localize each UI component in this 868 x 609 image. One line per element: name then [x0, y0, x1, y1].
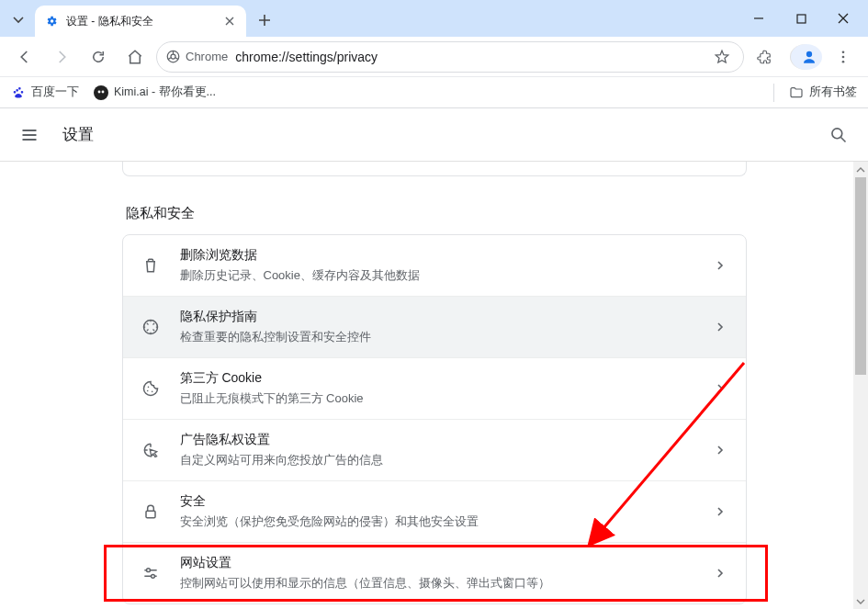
window-controls — [738, 0, 864, 37]
row-title: 广告隐私权设置 — [180, 432, 693, 448]
site-info-chip[interactable]: Chrome — [166, 50, 228, 63]
svg-point-10 — [832, 128, 842, 138]
close-window-button[interactable] — [822, 4, 864, 33]
site-chip-label: Chrome — [186, 50, 228, 63]
minimize-button[interactable] — [738, 4, 780, 33]
row-title: 隐私保护指南 — [180, 309, 693, 325]
svg-point-3 — [806, 51, 812, 56]
lock-icon — [141, 502, 160, 521]
row-subtitle: 自定义网站可用来向您投放广告的信息 — [180, 452, 693, 468]
row-subtitle: 控制网站可以使用和显示的信息（位置信息、摄像头、弹出式窗口等） — [180, 575, 693, 592]
all-bookmarks-label: 所有书签 — [809, 85, 857, 100]
new-tab-button[interactable] — [252, 7, 277, 33]
baidu-icon — [11, 85, 26, 100]
row-third-party-cookies[interactable]: 第三方 Cookie 已阻止无痕模式下的第三方 Cookie — [123, 357, 746, 419]
vertical-scrollbar[interactable] — [853, 162, 868, 609]
chevron-right-icon — [713, 566, 727, 581]
maximize-button[interactable] — [780, 4, 822, 33]
svg-point-7 — [94, 85, 108, 100]
row-delete-browsing-data[interactable]: 删除浏览数据 删除历史记录、Cookie、缓存内容及其他数据 — [123, 235, 746, 296]
svg-point-14 — [151, 391, 152, 393]
row-security[interactable]: 安全 安全浏览（保护您免受危险网站的侵害）和其他安全设置 — [123, 480, 746, 542]
chevron-right-icon — [713, 504, 727, 519]
cookie-icon — [141, 379, 160, 398]
row-subtitle: 检查重要的隐私控制设置和安全控件 — [180, 329, 693, 345]
bookmark-star-icon[interactable] — [714, 49, 730, 65]
row-title: 第三方 Cookie — [180, 370, 693, 387]
home-button[interactable] — [119, 41, 151, 73]
folder-icon — [789, 85, 804, 100]
row-subtitle: 删除历史记录、Cookie、缓存内容及其他数据 — [180, 267, 693, 284]
svg-point-17 — [151, 574, 154, 578]
scroll-up-button[interactable] — [853, 162, 868, 177]
window-title-bar: 设置 - 隐私和安全 — [0, 0, 868, 37]
scroll-down-button[interactable] — [853, 593, 868, 609]
kimi-icon — [94, 85, 108, 100]
settings-header: 设置 — [0, 108, 868, 162]
hamburger-menu-button[interactable] — [18, 124, 40, 146]
row-subtitle: 安全浏览（保护您免受危险网站的侵害）和其他安全设置 — [180, 513, 693, 530]
previous-card-edge — [122, 162, 747, 176]
svg-point-2 — [171, 54, 175, 59]
search-button[interactable] — [828, 124, 850, 146]
row-site-settings[interactable]: 网站设置 控制网站可以使用和显示的信息（位置信息、摄像头、弹出式窗口等） — [123, 542, 746, 603]
kebab-menu-button[interactable] — [828, 41, 859, 73]
ad-click-icon — [141, 441, 160, 459]
svg-rect-0 — [797, 15, 806, 23]
row-subtitle: 已阻止无痕模式下的第三方 Cookie — [180, 390, 693, 407]
svg-rect-15 — [146, 511, 155, 518]
url-text: chrome://settings/privacy — [235, 50, 706, 64]
all-bookmarks-button[interactable]: 所有书签 — [789, 85, 857, 100]
svg-point-5 — [842, 55, 845, 58]
tab-title: 设置 - 隐私和安全 — [66, 14, 215, 29]
gear-icon — [44, 14, 59, 28]
chevron-right-icon — [713, 320, 727, 334]
svg-point-12 — [147, 387, 149, 389]
svg-point-9 — [102, 90, 105, 93]
trash-icon — [141, 256, 160, 275]
scrollbar-thumb[interactable] — [855, 177, 866, 375]
close-tab-icon[interactable] — [222, 14, 237, 28]
page-title: 设置 — [62, 124, 94, 145]
profile-avatar-button[interactable] — [790, 44, 822, 70]
address-bar[interactable]: Chrome chrome://settings/privacy — [156, 41, 744, 73]
sliders-icon — [141, 564, 160, 582]
svg-point-4 — [842, 51, 845, 53]
bookmark-label: 百度一下 — [31, 85, 79, 100]
privacy-card: 删除浏览数据 删除历史记录、Cookie、缓存内容及其他数据 隐私保护指南 检查… — [122, 234, 747, 604]
bookmark-item[interactable]: 百度一下 — [11, 85, 79, 100]
svg-point-11 — [143, 321, 157, 334]
bookmarks-bar: 百度一下 Kimi.ai - 帮你看更... 所有书签 — [0, 77, 868, 108]
svg-point-13 — [146, 390, 148, 392]
svg-point-8 — [98, 90, 101, 93]
row-ad-privacy[interactable]: 广告隐私权设置 自定义网站可用来向您投放广告的信息 — [123, 419, 746, 480]
row-privacy-guide[interactable]: 隐私保护指南 检查重要的隐私控制设置和安全控件 — [123, 296, 746, 357]
browser-toolbar: Chrome chrome://settings/privacy — [0, 37, 868, 77]
back-button[interactable] — [9, 41, 40, 73]
forward-button[interactable] — [46, 41, 77, 73]
row-title: 安全 — [180, 493, 693, 510]
extensions-button[interactable] — [750, 41, 781, 73]
person-icon — [801, 49, 817, 65]
browser-tab-active[interactable]: 设置 - 隐私和安全 — [35, 6, 246, 37]
row-title: 删除浏览数据 — [180, 247, 693, 264]
compass-icon — [141, 318, 160, 336]
settings-content: 隐私和安全 删除浏览数据 删除历史记录、Cookie、缓存内容及其他数据 隐私保… — [0, 162, 868, 609]
row-title: 网站设置 — [180, 555, 693, 571]
chevron-right-icon — [713, 381, 727, 396]
chrome-icon — [166, 50, 180, 63]
tab-search-button[interactable] — [6, 7, 31, 33]
divider — [773, 84, 774, 102]
bookmark-label: Kimi.ai - 帮你看更... — [114, 85, 216, 100]
bookmark-item[interactable]: Kimi.ai - 帮你看更... — [94, 85, 216, 100]
section-title: 隐私和安全 — [126, 205, 195, 222]
chevron-right-icon — [713, 443, 727, 457]
svg-point-16 — [146, 569, 150, 572]
svg-point-6 — [842, 60, 845, 62]
chevron-right-icon — [713, 258, 727, 273]
reload-button[interactable] — [83, 41, 114, 73]
